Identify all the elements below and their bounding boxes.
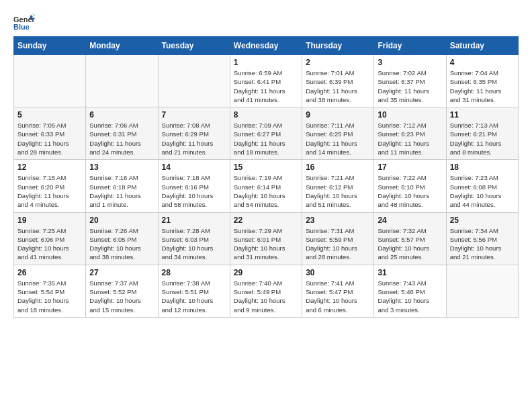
calendar-week-row: 5Sunrise: 7:05 AM Sunset: 6:33 PM Daylig… <box>14 107 519 160</box>
calendar-cell: 31Sunrise: 7:43 AM Sunset: 5:46 PM Dayli… <box>374 265 446 317</box>
calendar-cell: 16Sunrise: 7:21 AM Sunset: 6:12 PM Dayli… <box>302 160 374 212</box>
day-info: Sunrise: 7:08 AM Sunset: 6:29 PM Dayligh… <box>162 121 226 156</box>
calendar-cell: 17Sunrise: 7:22 AM Sunset: 6:10 PM Dayli… <box>374 160 446 212</box>
day-number: 14 <box>162 163 226 172</box>
calendar-cell: 25Sunrise: 7:34 AM Sunset: 5:56 PM Dayli… <box>446 212 518 265</box>
col-header-saturday: Saturday <box>446 37 518 55</box>
calendar-cell: 14Sunrise: 7:18 AM Sunset: 6:16 PM Dayli… <box>158 160 230 212</box>
day-info: Sunrise: 7:15 AM Sunset: 6:20 PM Dayligh… <box>17 173 82 209</box>
calendar-cell: 24Sunrise: 7:32 AM Sunset: 5:57 PM Dayli… <box>374 212 446 265</box>
day-info: Sunrise: 7:06 AM Sunset: 6:31 PM Dayligh… <box>89 121 154 156</box>
day-number: 20 <box>89 216 154 225</box>
calendar-cell: 2Sunrise: 7:01 AM Sunset: 6:39 PM Daylig… <box>302 55 374 107</box>
day-number: 1 <box>234 58 298 67</box>
day-info: Sunrise: 7:40 AM Sunset: 5:49 PM Dayligh… <box>234 279 298 314</box>
col-header-wednesday: Wednesday <box>230 37 302 55</box>
calendar-week-row: 26Sunrise: 7:35 AM Sunset: 5:54 PM Dayli… <box>14 265 519 317</box>
day-number: 23 <box>306 216 370 225</box>
day-info: Sunrise: 7:09 AM Sunset: 6:27 PM Dayligh… <box>234 121 298 156</box>
day-info: Sunrise: 7:25 AM Sunset: 6:06 PM Dayligh… <box>17 226 82 262</box>
day-info: Sunrise: 7:28 AM Sunset: 6:03 PM Dayligh… <box>162 226 226 262</box>
col-header-sunday: Sunday <box>14 37 86 55</box>
calendar-cell: 23Sunrise: 7:31 AM Sunset: 5:59 PM Dayli… <box>302 212 374 265</box>
calendar-cell: 1Sunrise: 6:59 AM Sunset: 6:41 PM Daylig… <box>230 55 302 107</box>
calendar-cell: 11Sunrise: 7:13 AM Sunset: 6:21 PM Dayli… <box>446 107 518 160</box>
calendar-cell: 27Sunrise: 7:37 AM Sunset: 5:52 PM Dayli… <box>86 265 158 317</box>
day-number: 5 <box>17 110 82 120</box>
day-number: 9 <box>306 110 370 120</box>
day-info: Sunrise: 6:59 AM Sunset: 6:41 PM Dayligh… <box>234 68 298 104</box>
day-number: 6 <box>89 110 154 120</box>
calendar-cell: 7Sunrise: 7:08 AM Sunset: 6:29 PM Daylig… <box>158 107 230 160</box>
day-info: Sunrise: 7:26 AM Sunset: 6:05 PM Dayligh… <box>89 226 154 262</box>
day-number: 2 <box>306 58 370 67</box>
day-info: Sunrise: 7:41 AM Sunset: 5:47 PM Dayligh… <box>306 279 370 314</box>
day-info: Sunrise: 7:11 AM Sunset: 6:25 PM Dayligh… <box>306 121 370 156</box>
day-number: 10 <box>378 110 442 120</box>
day-number: 7 <box>162 110 226 120</box>
calendar-week-row: 1Sunrise: 6:59 AM Sunset: 6:41 PM Daylig… <box>14 55 519 107</box>
day-info: Sunrise: 7:12 AM Sunset: 6:23 PM Dayligh… <box>378 121 442 156</box>
day-info: Sunrise: 7:23 AM Sunset: 6:08 PM Dayligh… <box>450 173 515 209</box>
day-number: 17 <box>378 163 442 172</box>
day-number: 30 <box>306 268 370 277</box>
day-number: 16 <box>306 163 370 172</box>
day-number: 8 <box>234 110 298 120</box>
calendar-table: SundayMondayTuesdayWednesdayThursdayFrid… <box>13 36 519 318</box>
calendar-cell: 8Sunrise: 7:09 AM Sunset: 6:27 PM Daylig… <box>230 107 302 160</box>
calendar-cell: 26Sunrise: 7:35 AM Sunset: 5:54 PM Dayli… <box>14 265 86 317</box>
day-info: Sunrise: 7:13 AM Sunset: 6:21 PM Dayligh… <box>450 121 515 156</box>
day-info: Sunrise: 7:05 AM Sunset: 6:33 PM Dayligh… <box>17 121 82 156</box>
calendar-cell: 10Sunrise: 7:12 AM Sunset: 6:23 PM Dayli… <box>374 107 446 160</box>
day-number: 28 <box>162 268 226 277</box>
calendar-cell: 5Sunrise: 7:05 AM Sunset: 6:33 PM Daylig… <box>14 107 86 160</box>
calendar-cell: 9Sunrise: 7:11 AM Sunset: 6:25 PM Daylig… <box>302 107 374 160</box>
day-info: Sunrise: 7:32 AM Sunset: 5:57 PM Dayligh… <box>378 226 442 262</box>
day-info: Sunrise: 7:38 AM Sunset: 5:51 PM Dayligh… <box>162 279 226 314</box>
calendar-cell: 30Sunrise: 7:41 AM Sunset: 5:47 PM Dayli… <box>302 265 374 317</box>
day-info: Sunrise: 7:22 AM Sunset: 6:10 PM Dayligh… <box>378 173 442 209</box>
day-info: Sunrise: 7:16 AM Sunset: 6:18 PM Dayligh… <box>89 173 154 209</box>
calendar-cell: 29Sunrise: 7:40 AM Sunset: 5:49 PM Dayli… <box>230 265 302 317</box>
day-number: 25 <box>450 216 515 225</box>
day-info: Sunrise: 7:35 AM Sunset: 5:54 PM Dayligh… <box>17 279 82 314</box>
calendar-cell: 6Sunrise: 7:06 AM Sunset: 6:31 PM Daylig… <box>86 107 158 160</box>
day-number: 31 <box>378 268 442 277</box>
day-number: 19 <box>17 216 82 225</box>
calendar-cell: 3Sunrise: 7:02 AM Sunset: 6:37 PM Daylig… <box>374 55 446 107</box>
calendar-cell: 28Sunrise: 7:38 AM Sunset: 5:51 PM Dayli… <box>158 265 230 317</box>
day-info: Sunrise: 7:21 AM Sunset: 6:12 PM Dayligh… <box>306 173 370 209</box>
calendar-cell: 22Sunrise: 7:29 AM Sunset: 6:01 PM Dayli… <box>230 212 302 265</box>
day-number: 3 <box>378 58 442 67</box>
calendar-cell: 13Sunrise: 7:16 AM Sunset: 6:18 PM Dayli… <box>86 160 158 212</box>
calendar-cell <box>446 265 518 317</box>
day-number: 29 <box>234 268 298 277</box>
calendar-week-row: 12Sunrise: 7:15 AM Sunset: 6:20 PM Dayli… <box>14 160 519 212</box>
day-number: 24 <box>378 216 442 225</box>
day-number: 15 <box>234 163 298 172</box>
header: General Blue <box>13 13 519 32</box>
day-info: Sunrise: 7:01 AM Sunset: 6:39 PM Dayligh… <box>306 68 370 104</box>
calendar-cell: 4Sunrise: 7:04 AM Sunset: 6:35 PM Daylig… <box>446 55 518 107</box>
svg-text:Blue: Blue <box>13 23 30 31</box>
day-number: 26 <box>17 268 82 277</box>
day-number: 11 <box>450 110 515 120</box>
calendar-cell: 12Sunrise: 7:15 AM Sunset: 6:20 PM Dayli… <box>14 160 86 212</box>
day-number: 13 <box>89 163 154 172</box>
calendar-cell <box>14 55 86 107</box>
day-info: Sunrise: 7:02 AM Sunset: 6:37 PM Dayligh… <box>378 68 442 104</box>
logo-icon: General Blue <box>13 13 35 32</box>
day-info: Sunrise: 7:34 AM Sunset: 5:56 PM Dayligh… <box>450 226 515 262</box>
day-number: 4 <box>450 58 515 67</box>
day-number: 27 <box>89 268 154 277</box>
calendar-cell: 15Sunrise: 7:19 AM Sunset: 6:14 PM Dayli… <box>230 160 302 212</box>
col-header-thursday: Thursday <box>302 37 374 55</box>
col-header-tuesday: Tuesday <box>158 37 230 55</box>
day-info: Sunrise: 7:18 AM Sunset: 6:16 PM Dayligh… <box>162 173 226 209</box>
calendar-cell <box>158 55 230 107</box>
calendar-cell: 18Sunrise: 7:23 AM Sunset: 6:08 PM Dayli… <box>446 160 518 212</box>
day-info: Sunrise: 7:31 AM Sunset: 5:59 PM Dayligh… <box>306 226 370 262</box>
day-number: 18 <box>450 163 515 172</box>
col-header-friday: Friday <box>374 37 446 55</box>
day-number: 21 <box>162 216 226 225</box>
